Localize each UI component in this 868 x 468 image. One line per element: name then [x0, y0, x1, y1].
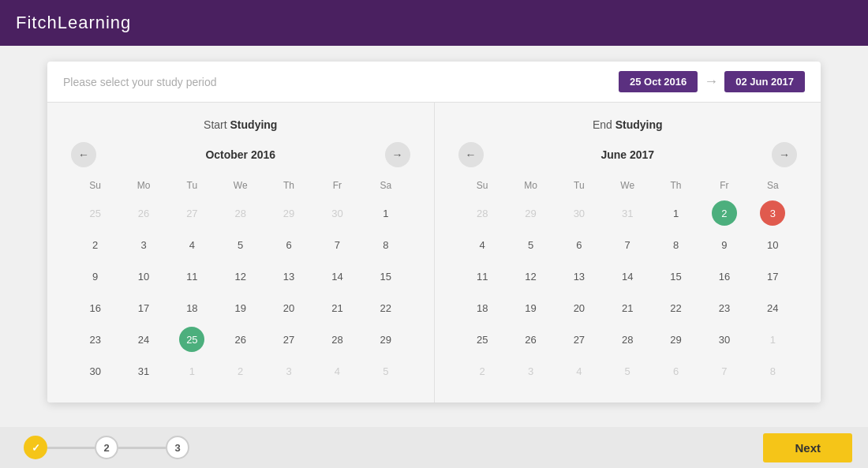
- start-next-button[interactable]: →: [385, 142, 410, 167]
- day-number[interactable]: 24: [131, 327, 156, 352]
- day-number[interactable]: 4: [470, 232, 495, 257]
- end-next-button[interactable]: →: [772, 142, 797, 167]
- day-number[interactable]: 3: [276, 358, 301, 384]
- day-number[interactable]: 15: [664, 264, 689, 289]
- day-number[interactable]: 28: [228, 200, 253, 226]
- day-number[interactable]: 3: [131, 232, 156, 257]
- day-number[interactable]: 11: [470, 264, 495, 289]
- day-number[interactable]: 29: [276, 200, 301, 226]
- day-number[interactable]: 26: [518, 327, 544, 352]
- day-number[interactable]: 3: [760, 200, 785, 226]
- day-number[interactable]: 28: [470, 200, 495, 226]
- day-number[interactable]: 20: [567, 295, 592, 320]
- day-number[interactable]: 18: [179, 295, 204, 320]
- day-number[interactable]: 12: [228, 264, 253, 289]
- day-number[interactable]: 5: [518, 232, 544, 257]
- day-number[interactable]: 13: [567, 264, 592, 289]
- day-number[interactable]: 17: [760, 264, 785, 289]
- day-number[interactable]: 28: [324, 327, 350, 352]
- day-number[interactable]: 7: [712, 358, 737, 384]
- day-number[interactable]: 6: [567, 232, 592, 257]
- next-button[interactable]: Next: [763, 433, 852, 462]
- list-item: 5: [361, 355, 410, 387]
- day-number[interactable]: 12: [518, 264, 544, 289]
- day-number[interactable]: 26: [131, 200, 156, 226]
- end-date-badge[interactable]: 02 Jun 2017: [724, 71, 805, 92]
- day-number[interactable]: 19: [228, 295, 253, 320]
- day-number[interactable]: 2: [712, 200, 737, 226]
- day-number[interactable]: 29: [373, 327, 398, 352]
- day-number[interactable]: 20: [276, 295, 301, 320]
- day-number[interactable]: 11: [179, 264, 204, 289]
- day-number[interactable]: 15: [373, 264, 398, 289]
- start-prev-button[interactable]: ←: [71, 142, 96, 167]
- day-number[interactable]: 1: [373, 200, 398, 226]
- list-item: 6: [264, 229, 312, 260]
- list-item: 12: [507, 260, 555, 292]
- day-number[interactable]: 5: [373, 358, 398, 384]
- day-number[interactable]: 25: [83, 200, 108, 226]
- day-number[interactable]: 22: [664, 295, 689, 320]
- day-number[interactable]: 25: [470, 327, 495, 352]
- day-number[interactable]: 24: [760, 295, 785, 320]
- day-number[interactable]: 30: [324, 200, 350, 226]
- day-number[interactable]: 30: [83, 358, 108, 384]
- day-number[interactable]: 5: [228, 232, 253, 257]
- day-number[interactable]: 6: [664, 358, 689, 384]
- day-number[interactable]: 1: [760, 327, 785, 352]
- day-number[interactable]: 8: [760, 358, 785, 384]
- start-date-badge[interactable]: 25 Oct 2016: [619, 71, 698, 92]
- day-number[interactable]: 8: [373, 232, 398, 257]
- day-number[interactable]: 21: [324, 295, 350, 320]
- day-number[interactable]: 1: [179, 358, 204, 384]
- day-number[interactable]: 9: [712, 232, 737, 257]
- day-number[interactable]: 2: [83, 232, 108, 257]
- day-number[interactable]: 14: [324, 264, 350, 289]
- day-number[interactable]: 23: [83, 327, 108, 352]
- day-number[interactable]: 4: [324, 358, 350, 384]
- day-number[interactable]: 2: [470, 358, 495, 384]
- list-item: 28: [216, 197, 264, 229]
- day-number[interactable]: 14: [615, 264, 640, 289]
- day-number[interactable]: 5: [615, 358, 640, 384]
- day-number[interactable]: 28: [615, 327, 640, 352]
- day-number[interactable]: 29: [518, 200, 544, 226]
- day-number[interactable]: 10: [131, 264, 156, 289]
- list-item: 3: [507, 355, 555, 387]
- day-number[interactable]: 30: [567, 200, 592, 226]
- day-number[interactable]: 27: [567, 327, 592, 352]
- day-number[interactable]: 30: [712, 327, 737, 352]
- day-number[interactable]: 26: [228, 327, 253, 352]
- day-number[interactable]: 29: [664, 327, 689, 352]
- day-number[interactable]: 7: [615, 232, 640, 257]
- day-number[interactable]: 31: [131, 358, 156, 384]
- list-item: 2: [216, 355, 264, 387]
- list-item: 27: [555, 324, 603, 355]
- day-number[interactable]: 18: [470, 295, 495, 320]
- day-number[interactable]: 16: [83, 295, 108, 320]
- day-number[interactable]: 9: [83, 264, 108, 289]
- day-number[interactable]: 10: [760, 232, 785, 257]
- day-number[interactable]: 21: [615, 295, 640, 320]
- day-number[interactable]: 23: [712, 295, 737, 320]
- day-number[interactable]: 6: [276, 232, 301, 257]
- list-item: 3: [749, 197, 797, 229]
- day-number[interactable]: 13: [276, 264, 301, 289]
- day-number[interactable]: 1: [664, 200, 689, 226]
- day-number[interactable]: 16: [712, 264, 737, 289]
- day-number[interactable]: 22: [373, 295, 398, 320]
- list-item: 31: [604, 197, 652, 229]
- day-number[interactable]: 27: [276, 327, 301, 352]
- day-number[interactable]: 25: [179, 327, 204, 352]
- day-number[interactable]: 4: [179, 232, 204, 257]
- end-prev-button[interactable]: ←: [458, 142, 484, 167]
- day-number[interactable]: 4: [567, 358, 592, 384]
- day-number[interactable]: 8: [664, 232, 689, 257]
- day-number[interactable]: 27: [179, 200, 204, 226]
- day-number[interactable]: 2: [228, 358, 253, 384]
- day-number[interactable]: 19: [518, 295, 544, 320]
- day-number[interactable]: 17: [131, 295, 156, 320]
- day-number[interactable]: 31: [615, 200, 640, 226]
- day-number[interactable]: 3: [518, 358, 544, 384]
- day-number[interactable]: 7: [324, 232, 350, 257]
